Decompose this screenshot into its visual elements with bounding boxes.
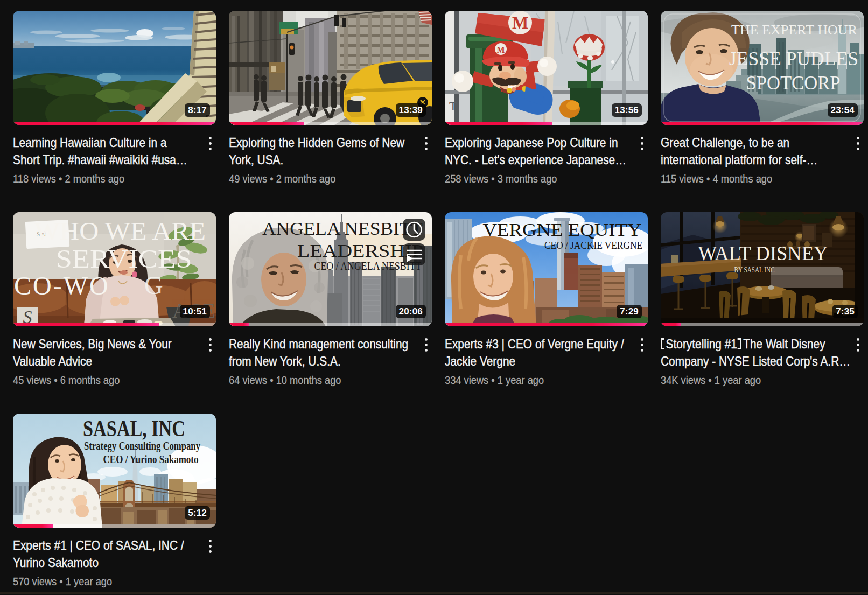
svg-text:BY SASAL INC: BY SASAL INC <box>734 265 775 274</box>
svg-text:SERVICES: SERVICES <box>56 244 192 273</box>
svg-text:T: T <box>449 99 457 113</box>
svg-text:Strategy Consulting Company: Strategy Consulting Company <box>84 439 200 452</box>
svg-text:M: M <box>512 13 528 32</box>
svg-text:ANGELA NESBITT: ANGELA NESBITT <box>262 219 423 239</box>
svg-text:WHO WE ARE: WHO WE ARE <box>34 218 206 245</box>
svg-text:CEO / Yurino Sakamoto: CEO / Yurino Sakamoto <box>103 452 199 466</box>
svg-text:JESSE PUDLES: JESSE PUDLES <box>729 48 858 69</box>
svg-text:THE EXPERT HOUR: THE EXPERT HOUR <box>731 22 858 38</box>
svg-text:VERGNE EQUITY: VERGNE EQUITY <box>483 220 642 240</box>
svg-text:SASAL, INC: SASAL, INC <box>83 416 185 441</box>
svg-text:WALT DISNEY: WALT DISNEY <box>698 242 828 264</box>
svg-text:G: G <box>144 271 165 299</box>
svg-text:M: M <box>496 45 505 54</box>
svg-text:SPOTCORP: SPOTCORP <box>746 73 841 94</box>
svg-text:CO-WO: CO-WO <box>14 271 110 300</box>
svg-text:CEO / JACKIE VERGNE: CEO / JACKIE VERGNE <box>544 240 642 251</box>
